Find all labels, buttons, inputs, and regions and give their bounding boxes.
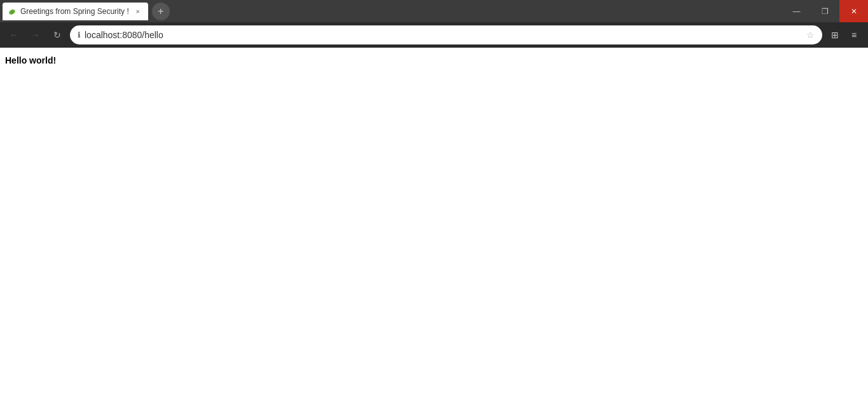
reload-button[interactable]: ↻ <box>48 26 66 44</box>
menu-button[interactable]: ≡ <box>845 26 863 44</box>
extensions-button[interactable]: ⊞ <box>826 26 844 44</box>
forward-button[interactable]: → <box>27 26 45 44</box>
browser-tab-active[interactable]: Greetings from Spring Security ! × <box>3 3 148 20</box>
page-body-text: Hello world! <box>5 55 863 65</box>
browser-chrome: Greetings from Spring Security ! × + — ❐… <box>0 0 868 48</box>
address-bar-row: ← → ↻ ℹ ☆ ⊞ ≡ <box>0 22 868 48</box>
tab-title: Greetings from Spring Security ! <box>20 7 129 16</box>
browser-actions: ⊞ ≡ <box>826 26 863 44</box>
window-controls: — ❐ ✕ <box>782 0 868 22</box>
security-icon: ℹ <box>78 31 81 39</box>
address-bar[interactable]: ℹ ☆ <box>70 25 822 44</box>
new-tab-button[interactable]: + <box>152 3 170 20</box>
tab-close-button[interactable]: × <box>133 6 143 17</box>
favicon-icon <box>8 7 17 16</box>
page-content: Hello world! <box>0 48 868 408</box>
tab-bar: Greetings from Spring Security ! × + — ❐… <box>0 0 868 22</box>
maximize-button[interactable]: ❐ <box>811 0 839 22</box>
url-input[interactable] <box>85 30 803 40</box>
back-button[interactable]: ← <box>5 26 23 44</box>
bookmark-icon[interactable]: ☆ <box>806 30 815 40</box>
minimize-button[interactable]: — <box>782 0 811 22</box>
close-window-button[interactable]: ✕ <box>839 0 868 22</box>
